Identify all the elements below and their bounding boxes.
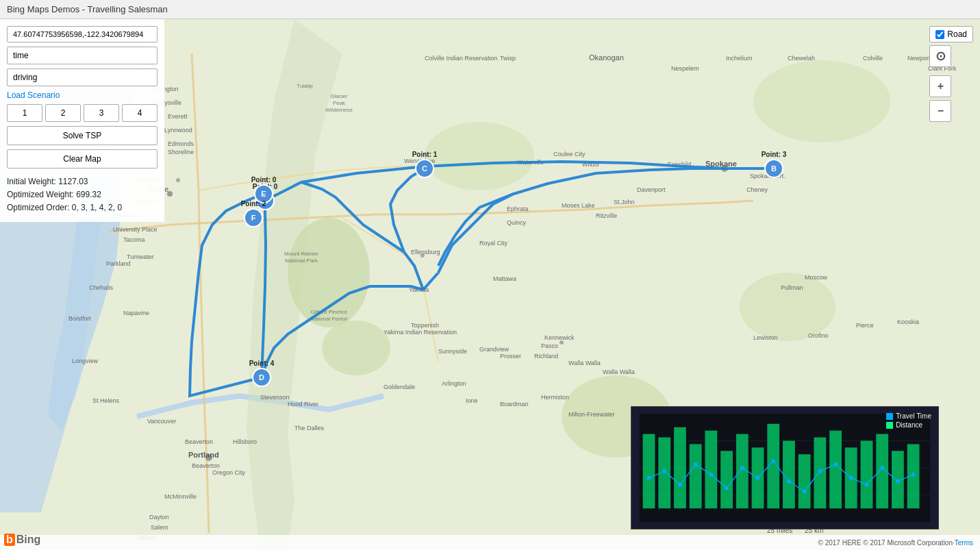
svg-text:St Helens: St Helens — [92, 397, 120, 404]
svg-rect-138 — [705, 431, 717, 509]
svg-point-168 — [896, 479, 900, 484]
svg-text:Boistfort: Boistfort — [68, 315, 92, 322]
svg-point-154 — [678, 483, 682, 487]
svg-text:Napavine: Napavine — [123, 310, 149, 316]
svg-text:Toppenish: Toppenish — [411, 322, 439, 329]
svg-point-163 — [818, 469, 822, 473]
time-input[interactable] — [7, 47, 158, 64]
svg-text:Prosser: Prosser — [500, 353, 521, 360]
svg-text:Pierce: Pierce — [856, 322, 874, 329]
scenario-2-btn[interactable]: 2 — [45, 104, 81, 122]
svg-text:Walla Walla: Walla Walla — [603, 368, 635, 375]
svg-point-157 — [725, 486, 729, 490]
gps-btn[interactable]: ⊙ — [929, 45, 951, 67]
app: Bing Maps Demos - Travelling Salesman — [0, 0, 980, 550]
svg-point-162 — [803, 490, 807, 494]
svg-text:Moscow: Moscow — [805, 274, 828, 281]
svg-point-152 — [647, 476, 651, 480]
svg-text:Sunnyside: Sunnyside — [438, 348, 467, 355]
scenario-1-btn[interactable]: 1 — [7, 104, 42, 122]
bing-b-icon: b — [4, 534, 15, 546]
svg-point-164 — [833, 462, 838, 466]
svg-rect-136 — [674, 427, 686, 509]
svg-text:Everett: Everett — [168, 113, 188, 120]
svg-text:Lynnwood: Lynnwood — [164, 127, 192, 134]
svg-text:Arlington: Arlington — [442, 380, 466, 387]
svg-text:Beaverton: Beaverton — [185, 438, 213, 445]
svg-rect-137 — [690, 444, 702, 508]
road-checkbox[interactable] — [935, 30, 944, 39]
svg-text:Chewelah: Chewelah — [788, 55, 815, 62]
svg-text:Colville Indian Reservation: Colville Indian Reservation — [425, 55, 498, 62]
svg-text:Salem: Salem — [151, 524, 168, 531]
svg-text:Chehalis: Chehalis — [89, 284, 114, 291]
svg-text:Point: 4: Point: 4 — [249, 360, 275, 367]
left-panel: Load Scenario 1 2 3 4 Solve TSP Clear Ma… — [0, 19, 164, 222]
svg-text:Ephrata: Ephrata — [507, 205, 529, 212]
svg-text:Royal City: Royal City — [479, 240, 508, 247]
svg-text:St.John: St.John — [614, 199, 635, 205]
svg-text:Nespelem: Nespelem — [671, 65, 699, 72]
svg-point-167 — [880, 466, 884, 470]
svg-text:Cheney: Cheney — [746, 186, 768, 193]
bing-text: Bing — [16, 534, 41, 546]
mode-input[interactable] — [7, 68, 158, 86]
terms-link[interactable]: Terms — [955, 539, 973, 547]
zoom-in-btn[interactable]: + — [929, 75, 951, 97]
solve-tsp-btn[interactable]: Solve TSP — [7, 126, 158, 145]
svg-text:Mattawa: Mattawa — [493, 275, 516, 282]
map-controls: Road ⊙ + − — [929, 26, 973, 122]
scenario-4-btn[interactable]: 4 — [122, 104, 158, 122]
legend-distance: Distance — [886, 421, 931, 429]
travel-time-label: Travel Time — [896, 412, 931, 420]
road-toggle-btn[interactable]: Road — [929, 26, 973, 42]
svg-text:Point: 0: Point: 0 — [251, 176, 277, 184]
svg-text:Quincy: Quincy — [507, 219, 527, 226]
main-container: Seattle Bellevue Renton Kirkland Spokane… — [0, 19, 980, 550]
svg-text:Walla Walla: Walla Walla — [568, 360, 601, 366]
svg-text:Ritzville: Ritzville — [596, 212, 617, 219]
svg-text:Twisp: Twisp — [500, 55, 516, 62]
svg-text:Boardman: Boardman — [500, 401, 529, 408]
svg-text:Ellensburg: Ellensburg — [411, 249, 440, 255]
svg-text:Tulalip: Tulalip — [297, 83, 313, 89]
svg-text:Wilderness: Wilderness — [325, 107, 353, 113]
svg-text:Grandview: Grandview — [479, 346, 510, 353]
svg-text:Okanogan: Okanogan — [589, 53, 624, 62]
copyright-text: © 2017 HERE © 2017 Microsoft Corporation — [818, 539, 953, 547]
initial-weight-value: 1127.03 — [58, 177, 88, 186]
svg-text:Orofino: Orofino — [808, 332, 829, 339]
optimized-order-row: Optimized Order: 0, 3, 1, 4, 2, 0 — [7, 201, 158, 214]
bing-logo: b Bing — [4, 534, 40, 546]
load-scenario-link[interactable]: Load Scenario — [7, 90, 158, 100]
zoom-out-btn[interactable]: − — [929, 100, 951, 122]
svg-text:University Place: University Place — [113, 226, 158, 233]
svg-point-5 — [740, 273, 835, 341]
svg-point-155 — [694, 462, 698, 466]
title-text: Bing Maps Demos - Travelling Salesman — [7, 4, 168, 14]
svg-text:Portland: Portland — [188, 451, 219, 459]
optimized-order-label: Optimized Order: — [7, 203, 72, 212]
chart-legend: Travel Time Distance — [886, 412, 931, 429]
coordinates-input[interactable] — [7, 26, 158, 42]
svg-text:Vancouver: Vancouver — [147, 418, 176, 425]
initial-weight-label: Initial Weight: — [7, 177, 58, 186]
svg-text:Davenport: Davenport — [637, 186, 666, 193]
svg-point-158 — [740, 466, 744, 470]
svg-rect-144 — [799, 454, 811, 508]
svg-text:Point: 3: Point: 3 — [762, 151, 787, 158]
stats-area: Initial Weight: 1127.03 Optimized Weight… — [7, 175, 158, 215]
distance-label: Distance — [896, 421, 922, 429]
svg-rect-146 — [829, 431, 842, 509]
svg-rect-139 — [720, 451, 733, 508]
clear-map-btn[interactable]: Clear Map — [7, 149, 158, 168]
svg-text:Kooskia: Kooskia — [897, 318, 919, 325]
chart-overlay: Travel Time Distance — [631, 406, 939, 529]
svg-point-8 — [176, 178, 180, 182]
svg-point-156 — [709, 473, 713, 477]
svg-text:B: B — [771, 164, 777, 173]
scenario-3-btn[interactable]: 3 — [84, 104, 119, 122]
svg-text:Edmonds: Edmonds — [168, 140, 194, 147]
svg-rect-143 — [783, 441, 795, 509]
svg-text:Dayton: Dayton — [149, 514, 169, 521]
